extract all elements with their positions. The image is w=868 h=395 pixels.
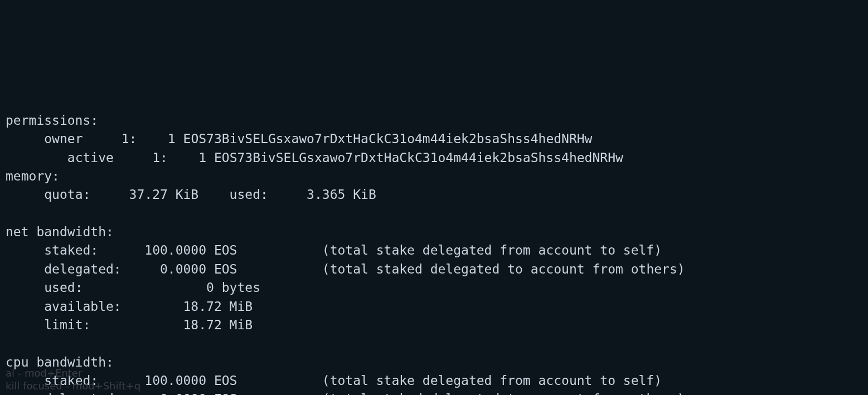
cpu-staked-note: (total stake delegated from account to s… [322,373,662,388]
net-delegated-note: (total staked delegated to account from … [322,262,685,276]
terminal-output: permissions: owner 1: 1 EOS73BivSELGsxaw… [0,93,868,395]
cpu-staked-label: staked: [44,373,98,388]
cpu-header: cpu bandwidth: [6,355,114,369]
net-staked-note: (total stake delegated from account to s… [322,243,662,257]
cpu-delegated-label: delegated: [44,392,121,395]
cpu-delegated-note: (total staked delegated to account from … [322,392,685,395]
net-staked-value: 100.0000 EOS [144,243,237,257]
perm-active-weight-l: 1: [152,150,168,165]
net-limit-value: 18.72 MiB [183,318,253,332]
net-available-label: available: [44,299,121,314]
memory-header: memory: [6,169,60,183]
net-header: net bandwidth: [6,225,114,239]
cpu-staked-value: 100.0000 EOS [144,373,237,388]
net-staked-label: staked: [44,243,98,257]
perm-owner-name: owner [44,131,83,146]
perm-owner-key: EOS73BivSELGsxawo7rDxtHaCkC31o4m44iek2bs… [183,131,593,146]
net-used-value: 0 bytes [206,280,260,295]
perm-active-name: active [67,150,114,165]
mem-used-value: 3.365 KiB [307,187,376,202]
net-delegated-value: 0.0000 EOS [160,262,237,276]
perm-owner-weight-r: 1 [168,131,176,146]
mem-quota-value: 37.27 KiB [129,187,199,202]
mem-used-label: used: [230,187,268,202]
net-delegated-label: delegated: [44,262,121,276]
net-available-value: 18.72 MiB [183,299,253,314]
perm-owner-weight-l: 1: [122,131,137,146]
net-used-label: used: [44,280,83,295]
permissions-header: permissions: [6,113,98,128]
mem-quota-label: quota: [44,187,90,202]
net-limit-label: limit: [44,318,90,332]
perm-active-weight-r: 1 [198,150,206,165]
perm-active-key: EOS73BivSELGsxawo7rDxtHaCkC31o4m44iek2bs… [214,150,623,165]
cpu-delegated-value: 0.0000 EOS [160,392,237,395]
